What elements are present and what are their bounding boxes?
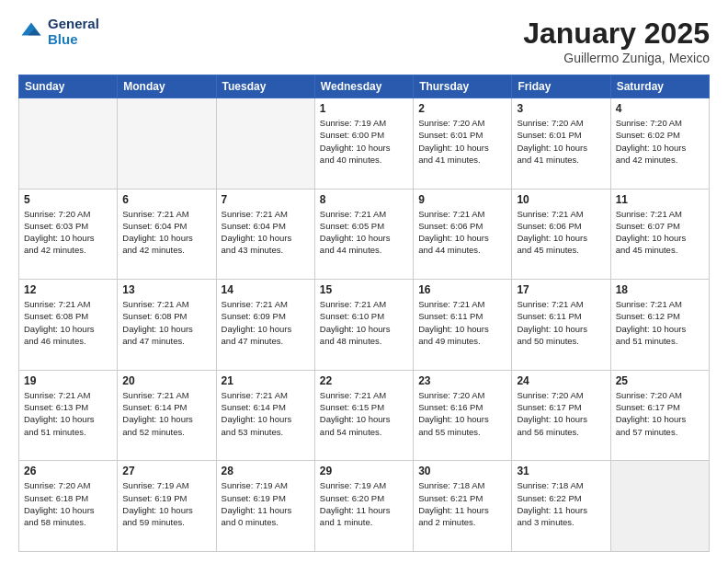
calendar-cell: 2Sunrise: 7:20 AM Sunset: 6:01 PM Daylig…: [414, 98, 512, 190]
day-number: 28: [222, 465, 310, 477]
calendar-week-2: 12Sunrise: 7:21 AM Sunset: 6:08 PM Dayli…: [19, 280, 710, 371]
day-info: Sunrise: 7:21 AM Sunset: 6:06 PM Dayligh…: [517, 208, 605, 257]
day-number: 18: [616, 283, 704, 296]
day-number: 17: [517, 283, 605, 296]
logo-text: General Blue: [48, 17, 99, 47]
calendar-cell: 18Sunrise: 7:21 AM Sunset: 6:12 PM Dayli…: [610, 280, 709, 371]
day-number: 25: [616, 374, 704, 387]
header: General Blue January 2025 Guillermo Zuni…: [18, 17, 710, 65]
calendar-subtitle: Guillermo Zuniga, Mexico: [523, 51, 710, 65]
day-info: Sunrise: 7:19 AM Sunset: 6:00 PM Dayligh…: [320, 117, 408, 166]
calendar-header-sunday: Sunday: [19, 75, 118, 98]
day-info: Sunrise: 7:21 AM Sunset: 6:11 PM Dayligh…: [517, 298, 605, 347]
calendar-cell: 21Sunrise: 7:21 AM Sunset: 6:14 PM Dayli…: [216, 370, 314, 461]
logo: General Blue: [18, 17, 99, 47]
day-info: Sunrise: 7:20 AM Sunset: 6:18 PM Dayligh…: [24, 479, 112, 528]
day-number: 20: [122, 374, 210, 387]
day-number: 1: [320, 102, 408, 115]
calendar-cell: 5Sunrise: 7:20 AM Sunset: 6:03 PM Daylig…: [19, 189, 118, 280]
calendar-cell: 16Sunrise: 7:21 AM Sunset: 6:11 PM Dayli…: [414, 280, 512, 371]
day-number: 30: [418, 465, 506, 477]
day-number: 27: [122, 465, 210, 477]
day-number: 22: [320, 374, 408, 387]
logo-icon: [18, 19, 44, 45]
day-number: 7: [222, 193, 310, 206]
day-info: Sunrise: 7:21 AM Sunset: 6:04 PM Dayligh…: [122, 208, 210, 257]
calendar-table: SundayMondayTuesdayWednesdayThursdayFrid…: [18, 75, 710, 552]
day-number: 31: [517, 465, 605, 477]
calendar-cell: 1Sunrise: 7:19 AM Sunset: 6:00 PM Daylig…: [314, 98, 413, 190]
day-info: Sunrise: 7:21 AM Sunset: 6:14 PM Dayligh…: [122, 389, 210, 438]
day-info: Sunrise: 7:20 AM Sunset: 6:01 PM Dayligh…: [418, 117, 506, 166]
day-number: 24: [517, 374, 605, 387]
day-number: 4: [616, 102, 704, 115]
day-info: Sunrise: 7:20 AM Sunset: 6:17 PM Dayligh…: [616, 389, 704, 438]
day-info: Sunrise: 7:21 AM Sunset: 6:06 PM Dayligh…: [418, 208, 506, 257]
day-number: 29: [320, 465, 408, 477]
day-number: 15: [320, 283, 408, 296]
calendar-cell: 29Sunrise: 7:19 AM Sunset: 6:20 PM Dayli…: [314, 461, 413, 552]
calendar-cell: 28Sunrise: 7:19 AM Sunset: 6:19 PM Dayli…: [216, 461, 314, 552]
calendar-cell: [118, 98, 216, 190]
day-number: 14: [222, 283, 310, 296]
day-info: Sunrise: 7:21 AM Sunset: 6:15 PM Dayligh…: [320, 389, 408, 438]
day-info: Sunrise: 7:20 AM Sunset: 6:01 PM Dayligh…: [517, 117, 605, 166]
calendar-header-thursday: Thursday: [414, 75, 512, 98]
calendar-header-saturday: Saturday: [610, 75, 709, 98]
day-info: Sunrise: 7:21 AM Sunset: 6:13 PM Dayligh…: [24, 389, 112, 438]
calendar-cell: 8Sunrise: 7:21 AM Sunset: 6:05 PM Daylig…: [314, 189, 413, 280]
calendar-cell: 26Sunrise: 7:20 AM Sunset: 6:18 PM Dayli…: [19, 461, 118, 552]
day-info: Sunrise: 7:19 AM Sunset: 6:20 PM Dayligh…: [320, 479, 408, 528]
title-block: January 2025 Guillermo Zuniga, Mexico: [523, 17, 710, 65]
day-info: Sunrise: 7:21 AM Sunset: 6:04 PM Dayligh…: [222, 208, 310, 257]
calendar-cell: 14Sunrise: 7:21 AM Sunset: 6:09 PM Dayli…: [216, 280, 314, 371]
day-number: 23: [418, 374, 506, 387]
calendar-cell: 15Sunrise: 7:21 AM Sunset: 6:10 PM Dayli…: [314, 280, 413, 371]
day-info: Sunrise: 7:21 AM Sunset: 6:11 PM Dayligh…: [418, 298, 506, 347]
calendar-cell: 19Sunrise: 7:21 AM Sunset: 6:13 PM Dayli…: [19, 370, 118, 461]
calendar-cell: 10Sunrise: 7:21 AM Sunset: 6:06 PM Dayli…: [512, 189, 610, 280]
calendar-cell: 30Sunrise: 7:18 AM Sunset: 6:21 PM Dayli…: [414, 461, 512, 552]
calendar-cell: 20Sunrise: 7:21 AM Sunset: 6:14 PM Dayli…: [118, 370, 216, 461]
day-number: 3: [517, 102, 605, 115]
day-info: Sunrise: 7:19 AM Sunset: 6:19 PM Dayligh…: [222, 479, 310, 528]
calendar-cell: [216, 98, 314, 190]
calendar-cell: 25Sunrise: 7:20 AM Sunset: 6:17 PM Dayli…: [610, 370, 709, 461]
page: General Blue January 2025 Guillermo Zuni…: [0, 0, 728, 563]
calendar-cell: 4Sunrise: 7:20 AM Sunset: 6:02 PM Daylig…: [610, 98, 709, 190]
calendar-cell: 12Sunrise: 7:21 AM Sunset: 6:08 PM Dayli…: [19, 280, 118, 371]
day-number: 21: [222, 374, 310, 387]
day-info: Sunrise: 7:21 AM Sunset: 6:08 PM Dayligh…: [24, 298, 112, 347]
day-info: Sunrise: 7:19 AM Sunset: 6:19 PM Dayligh…: [122, 479, 210, 528]
calendar-header-wednesday: Wednesday: [314, 75, 413, 98]
calendar-header-friday: Friday: [512, 75, 610, 98]
day-info: Sunrise: 7:18 AM Sunset: 6:22 PM Dayligh…: [517, 479, 605, 528]
day-info: Sunrise: 7:21 AM Sunset: 6:08 PM Dayligh…: [122, 298, 210, 347]
day-info: Sunrise: 7:21 AM Sunset: 6:05 PM Dayligh…: [320, 208, 408, 257]
calendar-cell: [610, 461, 709, 552]
day-number: 5: [24, 193, 112, 206]
day-info: Sunrise: 7:21 AM Sunset: 6:07 PM Dayligh…: [616, 208, 704, 257]
day-number: 9: [418, 193, 506, 206]
calendar-cell: 17Sunrise: 7:21 AM Sunset: 6:11 PM Dayli…: [512, 280, 610, 371]
calendar-week-1: 5Sunrise: 7:20 AM Sunset: 6:03 PM Daylig…: [19, 189, 710, 280]
day-number: 10: [517, 193, 605, 206]
calendar-header-monday: Monday: [118, 75, 216, 98]
calendar-week-3: 19Sunrise: 7:21 AM Sunset: 6:13 PM Dayli…: [19, 370, 710, 461]
calendar-cell: 31Sunrise: 7:18 AM Sunset: 6:22 PM Dayli…: [512, 461, 610, 552]
calendar-cell: 23Sunrise: 7:20 AM Sunset: 6:16 PM Dayli…: [414, 370, 512, 461]
day-info: Sunrise: 7:20 AM Sunset: 6:16 PM Dayligh…: [418, 389, 506, 438]
calendar-week-0: 1Sunrise: 7:19 AM Sunset: 6:00 PM Daylig…: [19, 98, 710, 190]
day-info: Sunrise: 7:21 AM Sunset: 6:12 PM Dayligh…: [616, 298, 704, 347]
day-number: 16: [418, 283, 506, 296]
calendar-cell: 22Sunrise: 7:21 AM Sunset: 6:15 PM Dayli…: [314, 370, 413, 461]
day-number: 8: [320, 193, 408, 206]
calendar-cell: 24Sunrise: 7:20 AM Sunset: 6:17 PM Dayli…: [512, 370, 610, 461]
day-number: 11: [616, 193, 704, 206]
day-number: 12: [24, 283, 112, 296]
calendar-cell: 6Sunrise: 7:21 AM Sunset: 6:04 PM Daylig…: [118, 189, 216, 280]
calendar-header-tuesday: Tuesday: [216, 75, 314, 98]
day-info: Sunrise: 7:18 AM Sunset: 6:21 PM Dayligh…: [418, 479, 506, 528]
calendar-cell: 11Sunrise: 7:21 AM Sunset: 6:07 PM Dayli…: [610, 189, 709, 280]
day-info: Sunrise: 7:20 AM Sunset: 6:03 PM Dayligh…: [24, 208, 112, 257]
